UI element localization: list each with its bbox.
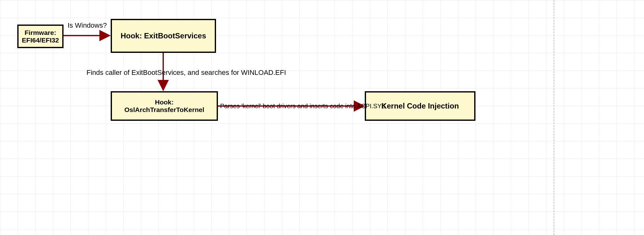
node-hook-exitbootservices: Hook: ExitBootServices bbox=[111, 19, 216, 53]
edge-label-find-winload: Finds caller of ExitBootServices, and se… bbox=[86, 69, 286, 77]
node-hook-ebs-label: Hook: ExitBootServices bbox=[120, 31, 206, 40]
node-hook-osl-label: Hook: OslArchTransferToKernel bbox=[115, 98, 214, 114]
node-firmware: Firmware:EFI64/EFI32 bbox=[17, 25, 64, 48]
node-hook-oslarchtransfer: Hook: OslArchTransferToKernel bbox=[111, 91, 218, 121]
node-firmware-label: Firmware:EFI64/EFI32 bbox=[22, 29, 59, 44]
node-kernel-inj-label: Kernel Code Injection bbox=[381, 102, 459, 110]
grid-background bbox=[0, 0, 644, 235]
edge-label-is-windows: Is Windows? bbox=[68, 21, 107, 30]
page-break-line bbox=[553, 0, 554, 235]
edge-label-parse-acpi: Parses 'kernel' boot drivers and inserts… bbox=[220, 103, 386, 110]
